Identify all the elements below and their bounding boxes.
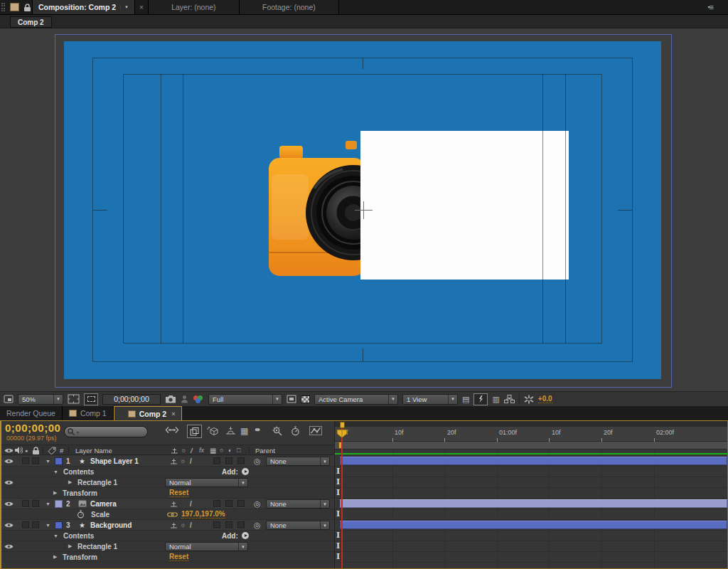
track-transform[interactable]: I <box>335 552 727 563</box>
timeline-track-area[interactable]: 0f 10f 20f 01:00f 10f 20f 02:00f I <box>334 421 727 568</box>
add-arrow-icon[interactable] <box>240 467 249 477</box>
group-row-contents[interactable]: ▼ Contents Add: <box>1 531 334 541</box>
layer-row-background[interactable]: ▼ 3 ★ Background ☼ / ◎ None▼ <box>1 520 334 531</box>
property-row-transform[interactable]: ▶ Transform Reset <box>1 488 334 499</box>
brainstorm-icon[interactable] <box>272 426 283 436</box>
tab-menu-chevron-icon[interactable]: ▼ <box>120 5 129 9</box>
expander-icon[interactable]: ▶ <box>53 552 57 562</box>
property-row-rectangle-1[interactable]: ▶ Rectangle 1 Normal▼ <box>1 477 334 488</box>
tab-comp1[interactable]: Comp 1 <box>63 406 114 420</box>
layer-name[interactable]: Shape Layer 1 <box>90 456 139 466</box>
eye-icon[interactable] <box>4 477 14 487</box>
search-input[interactable]: ▾ <box>64 426 148 437</box>
expander-icon[interactable]: ▶ <box>68 541 72 551</box>
always-preview-icon[interactable] <box>4 395 14 403</box>
playhead-top-marker[interactable] <box>340 422 345 428</box>
region-of-interest-icon[interactable] <box>84 393 98 405</box>
tab-composition[interactable]: Composition: Comp 2 ▼ <box>32 0 135 14</box>
switch-checkbox[interactable] <box>237 499 245 509</box>
property-row-rectangle-1[interactable]: ▶ Rectangle 1 Normal▼ <box>1 541 334 552</box>
tab-close-icon[interactable]: × <box>135 0 149 14</box>
switch-checkbox[interactable] <box>213 520 220 530</box>
eye-icon[interactable] <box>4 541 14 551</box>
pickwhip-icon[interactable]: ◎ <box>254 520 261 530</box>
graph-editor-icon[interactable] <box>309 426 322 435</box>
eye-icon[interactable] <box>4 520 14 530</box>
add-arrow-icon[interactable] <box>240 531 249 541</box>
comp-flowchart-icon[interactable] <box>504 395 515 403</box>
tab-render-queue[interactable]: Render Queue <box>0 406 63 420</box>
expander-icon[interactable]: ▼ <box>53 531 58 541</box>
label-swatch[interactable] <box>55 456 63 466</box>
track-contents[interactable]: I <box>335 531 727 541</box>
quality-switch-icon[interactable]: / <box>190 499 192 509</box>
lock-checkbox[interactable] <box>32 499 39 509</box>
label-column-icon[interactable] <box>48 445 56 455</box>
auto-keyframe-icon[interactable] <box>291 426 300 436</box>
parent-dropdown[interactable]: None▼ <box>266 457 330 466</box>
layer-duration-bar[interactable] <box>340 457 727 465</box>
transparency-grid-icon[interactable] <box>287 395 296 403</box>
shy-switch-icon[interactable] <box>170 520 178 530</box>
stopwatch-icon[interactable] <box>77 509 85 519</box>
lock-icon[interactable] <box>23 0 32 14</box>
shy-switch-icon[interactable] <box>170 456 178 466</box>
eye-icon[interactable] <box>4 499 14 509</box>
show-channels-icon[interactable] <box>193 395 204 403</box>
current-time-display[interactable]: 0;00;00;00 <box>102 394 161 405</box>
live-update-icon[interactable] <box>187 425 202 438</box>
switch-checkbox[interactable] <box>213 499 220 509</box>
track-scale[interactable]: I <box>335 509 727 520</box>
pickwhip-icon[interactable]: ◎ <box>254 456 261 466</box>
expander-icon[interactable]: ▶ <box>53 488 57 498</box>
resolution-dropdown[interactable]: Full▼ <box>208 394 282 405</box>
share-view-icon[interactable]: ▤ <box>462 395 469 403</box>
label-swatch[interactable] <box>55 520 63 530</box>
draft-3d-icon[interactable] <box>206 426 218 436</box>
label-swatch[interactable] <box>55 499 63 509</box>
parent-dropdown[interactable]: None▼ <box>266 521 330 530</box>
exposure-icon[interactable] <box>524 395 534 404</box>
timeline-button-icon[interactable]: ▥ <box>492 395 499 403</box>
expander-icon[interactable]: ▶ <box>68 477 72 487</box>
property-row-scale[interactable]: Scale 197.0,197.0% <box>1 509 334 520</box>
track-rectangle-1[interactable]: I <box>335 477 727 488</box>
camera-view-dropdown[interactable]: Active Camera▼ <box>314 394 398 405</box>
track-background[interactable] <box>335 520 727 531</box>
collapse-switch-icon[interactable]: ☼ <box>180 456 186 466</box>
time-ruler[interactable]: 0f 10f 20f 01:00f 10f 20f 02:00f <box>335 421 727 442</box>
constrain-link-icon[interactable] <box>167 509 178 519</box>
comp2-viewer-tab[interactable]: Comp 2 <box>10 16 52 28</box>
magnification-dropdown[interactable]: 50%▼ <box>18 394 63 405</box>
tab-footage[interactable]: Footage: (none) <box>240 0 339 14</box>
show-snapshot-icon[interactable] <box>181 395 188 403</box>
audio-checkbox[interactable] <box>22 456 29 466</box>
playhead-handle[interactable] <box>336 429 348 438</box>
lock-column-icon[interactable] <box>33 445 39 455</box>
layer-row-camera[interactable]: ▼ 2 Camera / ◎ None▼ <box>1 499 334 509</box>
exposure-value[interactable]: +0.0 <box>538 395 552 403</box>
expander-icon[interactable]: ▼ <box>46 520 50 530</box>
scale-value[interactable]: 197.0,197.0% <box>181 509 225 519</box>
track-contents[interactable]: I <box>335 467 727 477</box>
layer-name[interactable]: Camera <box>90 499 117 509</box>
layer-row-shape-layer-1[interactable]: ▼ 1 ★ Shape Layer 1 ☼ / ◎ None▼ <box>1 456 334 467</box>
tab-comp2[interactable]: Comp 2 × <box>114 406 183 420</box>
property-row-transform[interactable]: ▶ Transform Reset <box>1 552 334 563</box>
white-rectangle-layer[interactable] <box>360 131 569 280</box>
solo-column-icon[interactable]: ● <box>25 445 28 455</box>
audio-column-icon[interactable] <box>15 445 23 455</box>
layer-duration-bar[interactable] <box>340 499 727 508</box>
panel-menu-icon[interactable]: ▾≡ <box>708 3 713 11</box>
expander-icon[interactable]: ▼ <box>46 456 50 466</box>
work-area-bar[interactable] <box>335 442 727 450</box>
reset-link[interactable]: Reset <box>169 552 188 562</box>
layer-duration-bar[interactable] <box>340 521 727 529</box>
shy-switch-icon[interactable] <box>170 499 178 509</box>
eye-icon[interactable] <box>4 456 14 466</box>
parent-dropdown[interactable]: None▼ <box>266 499 330 509</box>
switch-checkbox[interactable] <box>225 499 232 509</box>
switch-checkbox[interactable] <box>237 520 245 530</box>
panel-grip-icon[interactable] <box>1 3 5 11</box>
reset-link[interactable]: Reset <box>169 488 188 498</box>
